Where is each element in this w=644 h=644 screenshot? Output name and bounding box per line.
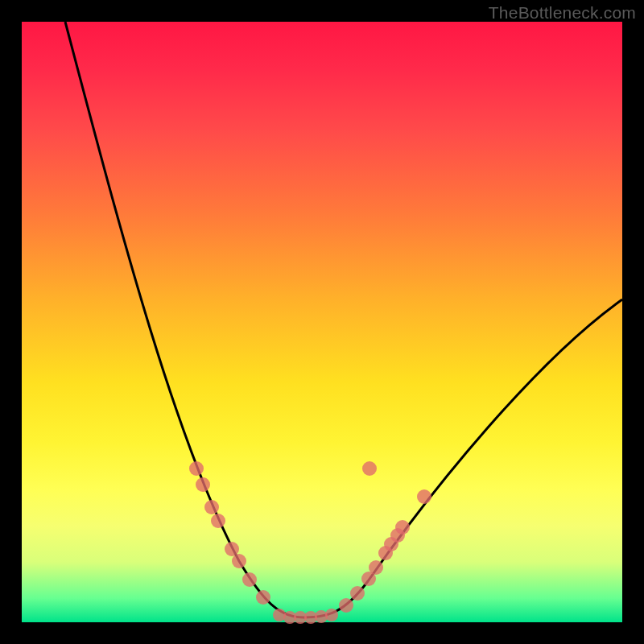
- bottleneck-curve: [65, 22, 622, 617]
- chart-frame: TheBottleneck.com: [0, 0, 644, 644]
- watermark-text: TheBottleneck.com: [489, 3, 636, 23]
- curve-layer: [22, 22, 622, 622]
- marker-dot: [362, 461, 377, 476]
- marker-dot: [225, 542, 239, 556]
- marker-dot: [211, 514, 225, 528]
- marker-dot: [395, 520, 410, 535]
- marker-dot: [196, 477, 210, 492]
- plot-area: [22, 22, 622, 622]
- marker-dot: [232, 554, 246, 568]
- marker-group: [189, 461, 431, 624]
- marker-dot: [256, 590, 270, 605]
- marker-dot: [339, 598, 353, 613]
- marker-dot: [242, 572, 257, 587]
- marker-dot: [350, 586, 365, 601]
- marker-dot: [417, 489, 431, 504]
- marker-dot: [204, 500, 219, 514]
- marker-dot: [325, 609, 338, 621]
- marker-dot: [189, 461, 204, 476]
- marker-dot: [369, 560, 383, 575]
